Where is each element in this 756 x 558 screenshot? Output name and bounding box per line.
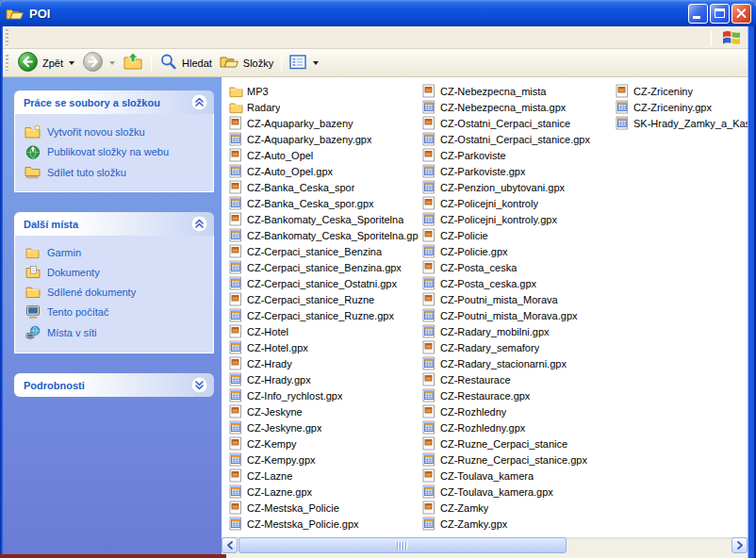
task-link[interactable]: Publikovat složky na webu (25, 141, 207, 162)
file-item[interactable]: CZ-Radary_mobilni.gpx (422, 323, 612, 339)
scroll-thumb[interactable] (238, 537, 567, 553)
file-item[interactable]: CZ-Hotel (229, 323, 419, 339)
file-item[interactable]: CZ-Poutni_mista_Morava (422, 291, 612, 307)
file-item[interactable]: CZ-Rozhledny.gpx (422, 419, 612, 435)
menu-item[interactable] (81, 35, 98, 41)
file-item[interactable]: CZ-Banka_Ceska_spor (229, 179, 419, 195)
file-item[interactable]: CZ-Policie.gpx (422, 243, 612, 259)
file-item[interactable]: CZ-Lazne (229, 468, 419, 484)
task-link[interactable]: Vytvořit novou složku (25, 122, 207, 141)
views-button[interactable] (286, 52, 322, 74)
window-title: POI (29, 7, 50, 21)
file-item[interactable]: CZ-Hrady.gpx (229, 371, 419, 387)
minimize-button[interactable] (688, 4, 708, 24)
file-item[interactable]: SK-Hrady_Zamky_a_Kast (616, 115, 748, 131)
menu-item[interactable] (98, 35, 115, 41)
menu-item[interactable] (30, 35, 47, 41)
file-item[interactable]: CZ-Aquaparky_bazeny.gpx (229, 131, 419, 147)
file-item[interactable]: CZ-Jeskyne.gpx (229, 419, 419, 435)
gpx-icon (616, 116, 630, 130)
file-item[interactable]: CZ-Bankomaty_Ceska_Sporitelna (229, 211, 419, 227)
file-item[interactable]: CZ-Posta_ceska.gpx (422, 275, 612, 291)
panel-header-details[interactable]: Podrobnosti (14, 373, 214, 397)
file-item[interactable]: CZ-Cerpaci_stanice_Benzina (229, 243, 419, 259)
panel-header-places[interactable]: Další místa (14, 212, 214, 236)
poi-icon (229, 148, 243, 162)
file-item[interactable]: CZ-Lazne.gpx (229, 484, 419, 500)
file-item[interactable]: CZ-Nebezpecna_mista (422, 83, 612, 99)
file-item[interactable]: CZ-Parkoviste.gpx (422, 163, 612, 179)
windows-logo-icon (715, 27, 748, 48)
forward-button[interactable] (78, 49, 119, 76)
menu-item[interactable] (64, 35, 81, 41)
file-item[interactable]: CZ-Cerpaci_stanice_Benzina.gpx (229, 259, 419, 275)
file-item[interactable]: MP3 (229, 83, 419, 99)
file-item[interactable]: CZ-Kempy (229, 435, 419, 451)
task-link[interactable]: Tento počítač (25, 302, 207, 322)
task-link[interactable]: Garmin (25, 243, 207, 262)
search-button[interactable]: Hledat (156, 51, 216, 75)
file-item[interactable]: CZ-Mestska_Policie (229, 500, 419, 516)
file-item[interactable]: CZ-Banka_Ceska_spor.gpx (229, 195, 419, 211)
file-item[interactable]: CZ-Hotel.gpx (229, 339, 419, 355)
back-button[interactable]: Zpět (13, 49, 78, 76)
file-item[interactable]: CZ-Toulava_kamera (422, 468, 612, 484)
task-link[interactable]: Sdílet tuto složku (25, 162, 207, 182)
file-item[interactable]: CZ-Posta_ceska (422, 259, 612, 275)
up-button[interactable] (119, 50, 147, 75)
file-item[interactable]: CZ-Auto_Opel.gpx (229, 163, 419, 179)
file-item[interactable]: CZ-Zamky.gpx (422, 516, 612, 532)
expand-chevron-icon[interactable] (190, 376, 208, 394)
file-item[interactable]: CZ-Restaurace.gpx (422, 387, 612, 403)
collapse-chevron-icon[interactable] (190, 215, 208, 233)
file-item[interactable]: CZ-Poutni_mista_Morava.gpx (422, 307, 612, 323)
file-item[interactable]: CZ-Zamky (422, 500, 612, 516)
file-item[interactable]: Radary (229, 99, 419, 115)
file-item[interactable]: CZ-Rozhledny (422, 403, 612, 419)
file-item[interactable]: CZ-Policejni_kontroly (422, 195, 612, 211)
menu-item[interactable] (47, 35, 64, 41)
task-link[interactable]: Místa v síti (25, 322, 207, 343)
horizontal-scrollbar[interactable] (222, 537, 748, 553)
folders-button[interactable]: Složky (216, 52, 277, 74)
file-item[interactable]: CZ-Restaurace (422, 371, 612, 387)
file-item[interactable]: CZ-Radary_semafory (422, 339, 612, 355)
titlebar[interactable]: POI (0, 0, 756, 26)
file-item[interactable]: CZ-Ostatni_Cerpaci_stanice.gpx (422, 131, 612, 147)
menu-item[interactable] (13, 35, 30, 41)
file-item[interactable]: CZ-Ruzne_Cerpaci_stanice.gpx (422, 451, 612, 468)
file-item[interactable]: CZ-Ruzne_Cerpaci_stanice (422, 435, 612, 451)
task-link[interactable]: Dokumenty (25, 262, 207, 282)
file-item[interactable]: CZ-Radary_stacionarni.gpx (422, 355, 612, 371)
scroll-left-button[interactable] (222, 537, 238, 553)
menubar-grip[interactable] (6, 29, 8, 45)
toolbar-grip[interactable] (6, 55, 8, 71)
close-button[interactable] (731, 4, 751, 24)
file-item[interactable]: CZ-Cerpaci_stanice_Ostatni.gpx (229, 275, 419, 291)
file-item[interactable]: CZ-Bankomaty_Ceska_Sporitelna.gpx (229, 227, 419, 243)
file-item[interactable]: CZ-Penzion_ubytovani.gpx (422, 179, 612, 195)
task-link[interactable]: Sdílené dokumenty (25, 282, 207, 302)
file-item[interactable]: CZ-Policejni_kontroly.gpx (422, 211, 612, 227)
file-item[interactable]: CZ-Mestska_Policie.gpx (229, 516, 419, 532)
file-item[interactable]: CZ-Jeskyne (229, 403, 419, 419)
file-item[interactable]: CZ-Hrady (229, 355, 419, 371)
file-item[interactable]: CZ-Parkoviste (422, 147, 612, 163)
scroll-right-button[interactable] (731, 537, 748, 553)
file-item[interactable]: CZ-Aquaparky_bazeny (229, 115, 419, 131)
file-item[interactable]: CZ-Info_rychlost.gpx (229, 387, 419, 403)
file-item[interactable]: CZ-Auto_Opel (229, 147, 419, 163)
file-item[interactable]: CZ-Policie (422, 227, 612, 243)
poi-icon (422, 196, 436, 210)
file-item[interactable]: CZ-Nebezpecna_mista.gpx (422, 99, 612, 115)
file-item[interactable]: CZ-Ostatni_Cerpaci_stanice (422, 115, 612, 131)
file-item[interactable]: CZ-Toulava_kamera.gpx (422, 484, 612, 500)
file-item[interactable]: CZ-Cerpaci_stanice_Ruzne.gpx (229, 307, 419, 323)
file-item[interactable]: CZ-Kempy.gpx (229, 451, 419, 468)
file-item[interactable]: CZ-Zriceniny (616, 83, 748, 99)
file-item[interactable]: CZ-Cerpaci_stanice_Ruzne (229, 291, 419, 307)
maximize-button[interactable] (710, 4, 730, 24)
file-item[interactable]: CZ-Zriceniny.gpx (616, 99, 748, 115)
panel-header-files[interactable]: Práce se soubory a složkou (14, 90, 214, 114)
collapse-chevron-icon[interactable] (190, 93, 208, 111)
